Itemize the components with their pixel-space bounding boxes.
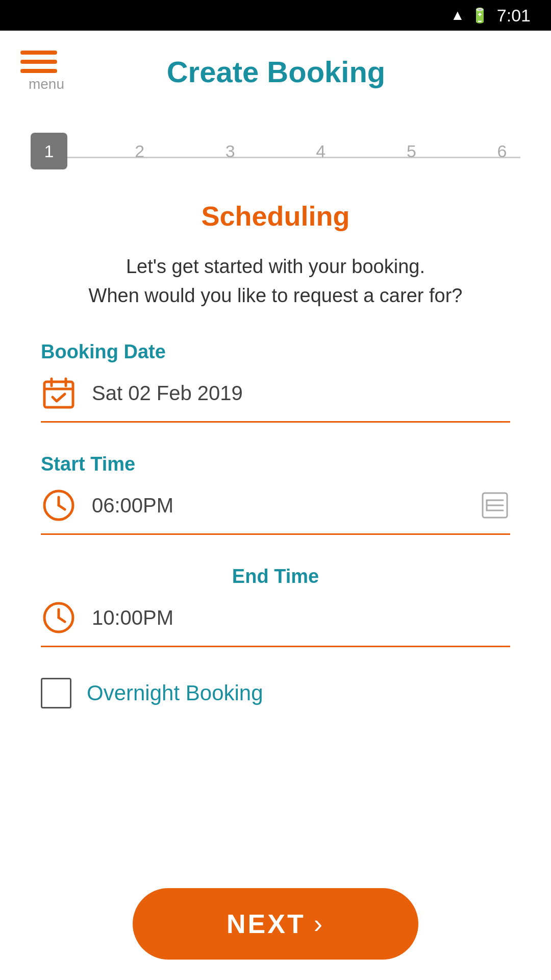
step-num-6: 6 xyxy=(484,133,520,169)
clock-icon-start xyxy=(41,487,77,523)
menu-line-2 xyxy=(20,60,57,64)
overnight-label: Overnight Booking xyxy=(87,681,263,705)
step-indicator: 1 2 3 4 5 6 xyxy=(0,112,551,180)
step-5[interactable]: 5 xyxy=(393,133,430,169)
overnight-checkbox[interactable] xyxy=(41,678,71,708)
status-time: 7:01 xyxy=(497,6,531,26)
next-arrow-icon: › xyxy=(314,909,324,939)
overnight-booking-row[interactable]: Overnight Booking xyxy=(41,678,510,708)
step-numbers: 1 2 3 4 5 6 xyxy=(31,133,520,169)
step-num-5: 5 xyxy=(393,133,430,169)
step-2[interactable]: 2 xyxy=(121,133,158,169)
scheduling-title: Scheduling xyxy=(41,200,510,232)
next-button-container: NEXT › xyxy=(133,888,418,960)
page-title: Create Booking xyxy=(72,55,480,89)
booking-date-row[interactable]: Sat 02 Feb 2019 xyxy=(41,375,510,423)
end-time-label: End Time xyxy=(41,566,510,587)
scheduling-description: Let's get started with your booking.When… xyxy=(41,252,510,310)
menu-line-1 xyxy=(20,51,57,55)
menu-line-3 xyxy=(20,69,57,73)
end-time-group: End Time 10:00PM xyxy=(41,566,510,647)
menu-button[interactable]: menu xyxy=(20,51,72,92)
calendar-icon xyxy=(41,375,77,411)
clock-icon-end xyxy=(41,600,77,635)
status-icons: ▲ 🔋 xyxy=(450,7,489,24)
step-line xyxy=(31,157,520,158)
next-button-label: NEXT xyxy=(227,909,306,939)
end-time-value: 10:00PM xyxy=(92,606,510,629)
step-3[interactable]: 3 xyxy=(212,133,248,169)
svg-rect-0 xyxy=(44,382,73,407)
start-time-row[interactable]: 06:00PM xyxy=(41,487,510,535)
signal-icon: ▲ xyxy=(450,7,465,23)
status-bar: ▲ 🔋 7:01 xyxy=(0,0,551,31)
step-num-4: 4 xyxy=(303,133,339,169)
svg-line-14 xyxy=(59,618,65,622)
start-time-group: Start Time 06:00PM xyxy=(41,453,510,535)
step-num-2: 2 xyxy=(121,133,158,169)
time-picker-icon[interactable] xyxy=(480,490,510,521)
step-4[interactable]: 4 xyxy=(303,133,339,169)
main-content: Scheduling Let's get started with your b… xyxy=(0,180,551,729)
start-time-label: Start Time xyxy=(41,453,510,475)
next-button[interactable]: NEXT › xyxy=(133,888,418,960)
menu-icon xyxy=(20,51,57,73)
step-6[interactable]: 6 xyxy=(484,133,520,169)
booking-date-value: Sat 02 Feb 2019 xyxy=(92,382,510,405)
menu-label: menu xyxy=(29,76,64,92)
step-num-1: 1 xyxy=(31,133,67,169)
header: menu Create Booking xyxy=(0,31,551,112)
svg-line-6 xyxy=(59,505,65,509)
step-num-3: 3 xyxy=(212,133,248,169)
booking-date-group: Booking Date Sat 02 Feb 2019 xyxy=(41,341,510,423)
booking-date-label: Booking Date xyxy=(41,341,510,363)
battery-icon: 🔋 xyxy=(471,7,489,24)
end-time-row[interactable]: 10:00PM xyxy=(41,600,510,647)
start-time-value: 06:00PM xyxy=(92,494,464,517)
step-1[interactable]: 1 xyxy=(31,133,67,169)
